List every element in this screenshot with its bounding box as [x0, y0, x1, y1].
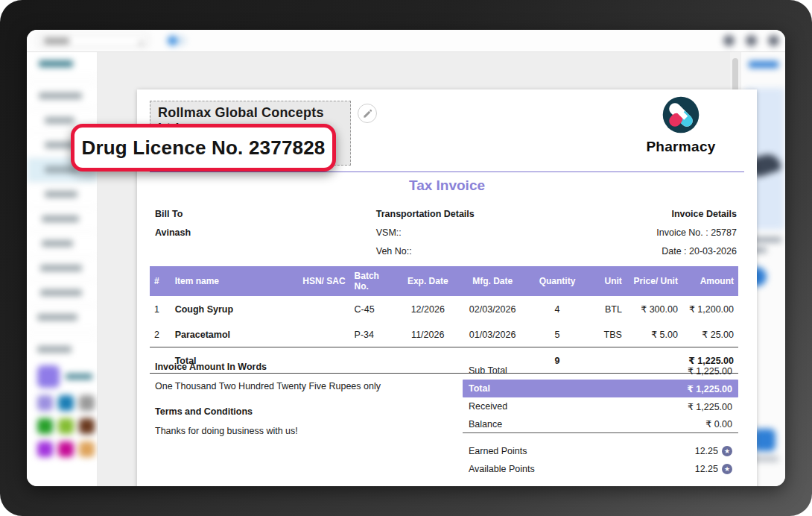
- title-divider: [150, 172, 744, 172]
- color-swatch-3[interactable]: [79, 395, 95, 411]
- sidebar-item-preview[interactable]: [27, 52, 97, 77]
- summary-block: Sub Total ₹ 1,225.00 Total ₹ 1,225.00 Re…: [463, 362, 738, 486]
- toggle-switch[interactable]: [167, 36, 186, 45]
- transport-label: Transportation Details: [376, 209, 574, 219]
- color-swatch-1[interactable]: [37, 395, 53, 411]
- color-swatch-6[interactable]: [79, 418, 95, 434]
- right-panel-link-blur[interactable]: [749, 61, 778, 68]
- star-icon: ★: [722, 446, 732, 456]
- table-header-row: # Item name HSN/ SAC Batch No. Exp. Date…: [150, 266, 738, 296]
- invoice-date: Date : 20-03-2026: [574, 246, 737, 257]
- col-quantity: Quantity: [527, 266, 589, 296]
- col-batch-no: Batch No.: [350, 266, 397, 296]
- col-unit: Unit: [589, 266, 627, 296]
- print-icon[interactable]: [723, 35, 735, 46]
- pencil-icon: [363, 109, 372, 119]
- balance-row: Balance ₹ 0.00: [463, 415, 738, 433]
- color-swatch-9[interactable]: [79, 441, 95, 457]
- color-swatch-7[interactable]: [37, 441, 53, 457]
- col-amount: Amount: [682, 266, 738, 296]
- sub-total-row: Sub Total ₹ 1,225.00: [463, 362, 738, 380]
- table-row: 1 Cough Syrup C-45 12/2026 02/03/2026 4 …: [150, 296, 738, 321]
- topbar: [27, 30, 785, 52]
- app-window: Rollmax Global Concepts Ltd 4C Ijora Cau…: [27, 30, 785, 486]
- received-row: Received ₹ 1,225.00: [463, 397, 738, 415]
- col-item-name: Item name: [171, 266, 297, 296]
- selected-color-label-blur: [66, 374, 92, 380]
- invoice-meta: Bill To Avinash Transportation Details V…: [155, 209, 737, 257]
- document-title: Tax Invoice: [137, 177, 757, 194]
- sidebar-item-theme-7[interactable]: [27, 281, 97, 306]
- color-swatch-8[interactable]: [58, 441, 74, 457]
- color-swatch-5[interactable]: [58, 418, 74, 434]
- col-hash: #: [150, 266, 171, 296]
- color-swatch-2[interactable]: [58, 395, 74, 411]
- sidebar-item-theme-3[interactable]: [27, 183, 97, 207]
- theme-dropdown[interactable]: [37, 34, 149, 47]
- star-icon: ★: [722, 464, 732, 474]
- sidebar-item-theme-8[interactable]: [27, 306, 97, 330]
- brand-block: Pharmacy: [636, 95, 726, 155]
- selected-color-row[interactable]: [27, 362, 97, 395]
- color-swatch-grid: [27, 395, 97, 467]
- col-exp-date: Exp. Date: [397, 266, 459, 296]
- screenshot-stage: Rollmax Global Concepts Ltd 4C Ijora Cau…: [0, 0, 812, 516]
- theme-sidebar: [27, 52, 98, 486]
- available-points-row: Available Points 12.25 ★: [463, 460, 738, 478]
- drug-licence-callout: Drug Licence No. 2377828: [71, 124, 336, 172]
- points-rows: Earned Points 12.25 ★ Available Points 1…: [463, 442, 738, 478]
- col-mfg-date: Mfg. Date: [459, 266, 527, 296]
- transport-vsm: VSM::: [376, 227, 574, 238]
- pharmacy-logo-icon: [662, 95, 700, 134]
- share-icon[interactable]: [768, 35, 779, 46]
- items-table: # Item name HSN/ SAC Batch No. Exp. Date…: [150, 266, 738, 374]
- amount-in-words-text: One Thousand Two Hundred Twenty Five Rup…: [155, 381, 438, 391]
- sidebar-item-theme-6[interactable]: [27, 257, 97, 281]
- chevron-down-icon: [139, 40, 145, 45]
- selected-color-swatch[interactable]: [37, 365, 60, 388]
- color-swatch-4[interactable]: [37, 418, 53, 434]
- sidebar-item-theme-4[interactable]: [27, 207, 97, 232]
- col-hsn-sac: HSN/ SAC: [297, 266, 350, 296]
- bill-to-name: Avinash: [155, 227, 376, 238]
- earned-points-row: Earned Points 12.25 ★: [463, 442, 738, 460]
- edit-company-button[interactable]: [358, 104, 377, 123]
- sidebar-item-theme-5[interactable]: [27, 232, 97, 257]
- invoice-details-label: Invoice Details: [574, 209, 737, 219]
- terms-text: Thanks for doing business with us!: [155, 426, 438, 436]
- brand-name: Pharmacy: [636, 139, 726, 155]
- drug-licence-text: Drug Licence No. 2377828: [81, 136, 325, 160]
- grand-total-row: Total ₹ 1,225.00: [463, 380, 738, 397]
- sidebar-item-select-color: [27, 338, 97, 362]
- invoice-number: Invoice No. : 25787: [574, 227, 737, 238]
- transport-veh: Veh No::: [376, 246, 574, 257]
- table-row: 2 Paracetamol P-34 11/2026 01/03/2026 5 …: [150, 321, 738, 347]
- sidebar-item-select-theme: [27, 84, 97, 109]
- bill-to-label: Bill To: [155, 209, 376, 219]
- amount-in-words-label: Invoice Amount In Words: [155, 362, 438, 372]
- col-price-unit: Price/ Unit: [627, 266, 682, 296]
- toggle-knob: [168, 36, 177, 45]
- download-icon[interactable]: [746, 35, 757, 46]
- terms-label: Terms and Conditions: [155, 406, 438, 417]
- amount-in-words-block: Invoice Amount In Words One Thousand Two…: [155, 362, 438, 436]
- dropdown-value-blur: [44, 38, 69, 44]
